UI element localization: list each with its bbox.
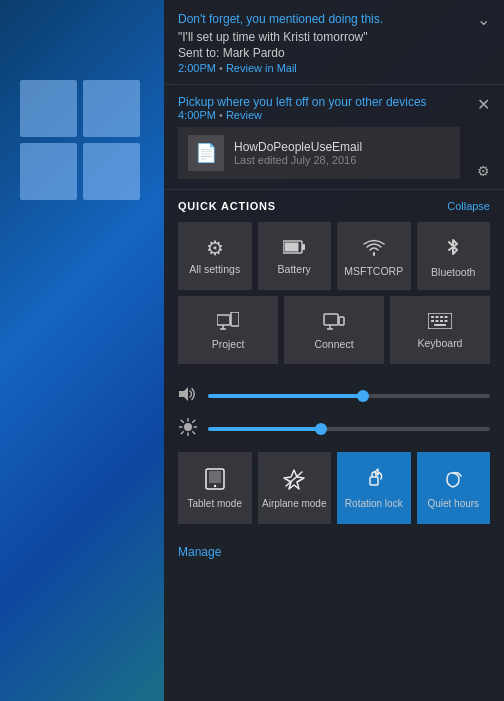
svg-rect-3 xyxy=(217,315,230,325)
document-icon: 📄 xyxy=(188,135,224,171)
quick-actions-section: QUICK ACTIONS Collapse ⚙ All settings Ba… xyxy=(164,190,504,380)
quiet-hours-icon xyxy=(443,468,463,493)
notif1-separator: • xyxy=(219,62,223,74)
logo-pane-bl xyxy=(20,143,77,200)
volume-slider-row xyxy=(164,380,504,412)
doc-name: HowDoPeopleUseEmail xyxy=(234,140,362,154)
airplane-mode-icon xyxy=(283,468,305,493)
volume-icon xyxy=(178,386,198,406)
qa-all-settings-button[interactable]: ⚙ All settings xyxy=(178,222,252,290)
svg-rect-33 xyxy=(209,471,221,483)
quiet-hours-label: Quiet hours xyxy=(427,498,479,510)
svg-rect-14 xyxy=(440,316,443,318)
svg-rect-15 xyxy=(445,316,448,318)
brightness-slider-fill xyxy=(208,427,321,431)
svg-point-22 xyxy=(184,423,192,431)
svg-rect-12 xyxy=(431,316,434,318)
rotation-lock-label: Rotation lock xyxy=(345,498,403,510)
volume-slider-track[interactable] xyxy=(208,394,490,398)
volume-slider-fill xyxy=(208,394,363,398)
logo-pane-br xyxy=(83,143,140,200)
toggle-buttons-grid: Tablet mode Airplane mode xyxy=(164,446,504,534)
notif2-action[interactable]: Review xyxy=(226,109,262,121)
notification-card-2: Pickup where you left off on your other … xyxy=(164,85,504,190)
battery-icon xyxy=(283,238,305,258)
svg-rect-1 xyxy=(302,244,305,250)
svg-line-30 xyxy=(181,432,183,434)
brightness-slider-track[interactable] xyxy=(208,427,490,431)
logo-pane-tr xyxy=(83,80,140,137)
notif1-sent-to: Sent to: Mark Pardo xyxy=(178,46,490,60)
svg-marker-21 xyxy=(179,387,188,401)
notif1-time: 2:00PM xyxy=(178,62,216,74)
notif2-sep: • xyxy=(219,109,226,121)
bluetooth-icon xyxy=(445,236,461,261)
brightness-slider-row xyxy=(164,412,504,446)
tablet-mode-label: Tablet mode xyxy=(188,498,242,510)
quick-actions-label: QUICK ACTIONS xyxy=(178,200,276,212)
volume-slider-thumb[interactable] xyxy=(357,390,369,402)
qa-connect-button[interactable]: Connect xyxy=(284,296,384,364)
qa-msftcorp-button[interactable]: MSFTCORP xyxy=(337,222,411,290)
svg-rect-16 xyxy=(431,320,434,322)
qa-all-settings-label: All settings xyxy=(189,263,240,276)
airplane-mode-label: Airplane mode xyxy=(262,498,326,510)
qa-keyboard-label: Keyboard xyxy=(418,337,463,350)
notification-card-1: Don't forget, you mentioned doing this. … xyxy=(164,0,504,85)
action-center-panel: Don't forget, you mentioned doing this. … xyxy=(164,0,504,701)
svg-rect-34 xyxy=(370,477,378,485)
windows-logo xyxy=(20,80,140,200)
brightness-slider-thumb[interactable] xyxy=(315,423,327,435)
tablet-mode-toggle[interactable]: Tablet mode xyxy=(178,452,252,524)
doc-info: HowDoPeopleUseEmail Last edited July 28,… xyxy=(234,140,362,166)
qa-battery-label: Battery xyxy=(278,263,311,276)
svg-line-29 xyxy=(193,420,195,422)
notif1-title: Don't forget, you mentioned doing this. xyxy=(178,12,490,26)
notif1-meta: 2:00PM • Review in Mail xyxy=(178,62,490,74)
manage-row: Manage xyxy=(164,534,504,568)
svg-rect-8 xyxy=(339,317,344,325)
quiet-hours-toggle[interactable]: Quiet hours xyxy=(417,452,491,524)
brightness-icon xyxy=(178,418,198,440)
keyboard-icon xyxy=(428,312,452,332)
svg-rect-20 xyxy=(434,324,446,326)
notif1-close-icon[interactable]: ⌄ xyxy=(477,12,490,28)
svg-point-32 xyxy=(214,485,216,487)
manage-link[interactable]: Manage xyxy=(178,545,221,559)
rotation-lock-toggle[interactable]: Rotation lock xyxy=(337,452,411,524)
svg-rect-17 xyxy=(436,320,439,322)
notif2-time: 4:00PM • Review xyxy=(178,109,490,121)
notif2-time-val: 4:00PM xyxy=(178,109,216,121)
rotation-lock-icon xyxy=(363,468,385,493)
logo-pane-tl xyxy=(20,80,77,137)
project-icon xyxy=(217,312,239,333)
notif2-close-icon[interactable]: ✕ xyxy=(477,95,490,114)
qa-project-label: Project xyxy=(212,338,245,351)
svg-rect-19 xyxy=(445,320,448,322)
doc-date: Last edited July 28, 2016 xyxy=(234,154,362,166)
notif2-document[interactable]: 📄 HowDoPeopleUseEmail Last edited July 2… xyxy=(178,127,460,179)
svg-rect-7 xyxy=(324,314,338,325)
quick-actions-header: QUICK ACTIONS Collapse xyxy=(178,200,490,212)
quick-actions-row2: Project Connect xyxy=(178,296,490,364)
airplane-mode-toggle[interactable]: Airplane mode xyxy=(258,452,332,524)
qa-msftcorp-label: MSFTCORP xyxy=(344,265,403,278)
notif2-title: Pickup where you left off on your other … xyxy=(178,95,490,109)
qa-bluetooth-label: Bluetooth xyxy=(431,266,475,279)
quick-actions-row1: ⚙ All settings Battery xyxy=(178,222,490,290)
svg-rect-13 xyxy=(436,316,439,318)
qa-project-button[interactable]: Project xyxy=(178,296,278,364)
qa-connect-label: Connect xyxy=(314,338,353,351)
notif1-action[interactable]: Review in Mail xyxy=(226,62,297,74)
collapse-button[interactable]: Collapse xyxy=(447,200,490,212)
svg-rect-2 xyxy=(285,243,299,252)
wifi-icon xyxy=(363,237,385,260)
svg-rect-18 xyxy=(440,320,443,322)
qa-battery-button[interactable]: Battery xyxy=(258,222,332,290)
connect-icon xyxy=(323,312,345,333)
notif2-gear-icon[interactable]: ⚙ xyxy=(477,163,490,179)
svg-line-27 xyxy=(181,420,183,422)
qa-bluetooth-button[interactable]: Bluetooth xyxy=(417,222,491,290)
tablet-mode-icon xyxy=(205,468,225,493)
qa-keyboard-button[interactable]: Keyboard xyxy=(390,296,490,364)
